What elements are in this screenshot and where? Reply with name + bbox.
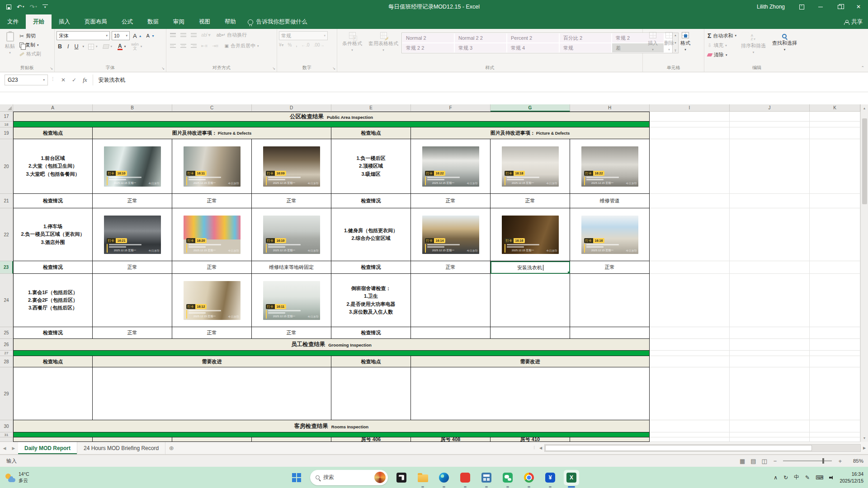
cell-B[interactable]	[93, 437, 172, 442]
align-middle-button[interactable]	[180, 32, 186, 38]
insert-cells-button[interactable]: 插入▾	[645, 31, 661, 52]
column-header-D[interactable]: D	[252, 104, 331, 112]
cell-E[interactable]: 房号 406	[331, 437, 411, 442]
cell-B-row22[interactable]: 打卡16:212025.12.15 星期一今日水印	[93, 208, 172, 261]
column-header-E[interactable]: E	[331, 104, 411, 112]
formula-input[interactable]: 安装洗衣机	[93, 75, 131, 86]
cell-C[interactable]	[172, 437, 252, 442]
zoom-out-button[interactable]: −	[773, 458, 778, 465]
cell-F-row25[interactable]	[411, 327, 491, 339]
row-header-29[interactable]: 29	[0, 367, 13, 420]
empty-cell-I[interactable]	[650, 367, 730, 420]
taskbar-chrome[interactable]	[521, 470, 537, 485]
cell-style-7[interactable]: 常规 3	[455, 43, 506, 52]
column-header-A[interactable]: A	[13, 104, 93, 112]
empty-cell-I[interactable]	[650, 274, 730, 327]
cell-A-row28[interactable]: 检查地点	[13, 356, 93, 367]
cell-E-row22[interactable]: 1.健身房（包括更衣间）2.综合办公室区域	[331, 208, 411, 261]
horizontal-scrollbar-track[interactable]	[544, 444, 861, 452]
zoom-slider[interactable]	[783, 460, 832, 461]
empty-cell-J[interactable]	[730, 261, 810, 274]
empty-cell-K[interactable]	[810, 122, 860, 127]
row-header-30[interactable]: 30	[0, 420, 13, 432]
format-as-table-button[interactable]: 套用表格格式▾	[365, 31, 401, 53]
cell-A-row22[interactable]: 1.停车场2.负一楼员工区域（更衣间）3.酒店外围	[13, 208, 93, 261]
cell-A-row20[interactable]: 1.前台区域2.大堂（包括卫生间）3.大堂吧（包括备餐间）	[13, 139, 93, 194]
ribbon-display-options-button[interactable]: ⌃	[792, 0, 811, 14]
cell-style-6[interactable]: 常规 2 2	[402, 43, 454, 52]
confirm-entry-button[interactable]: ✓	[72, 77, 76, 83]
empty-cell-I[interactable]	[650, 437, 730, 442]
speaker-icon[interactable]	[829, 476, 834, 479]
align-left-button[interactable]	[170, 43, 176, 49]
row-header-26[interactable]: 26	[0, 339, 13, 351]
cell-C-row21[interactable]: 正常	[172, 194, 252, 208]
cell-D[interactable]	[252, 437, 331, 442]
row-header-21[interactable]: 21	[0, 194, 13, 208]
cell-C-row22[interactable]: 打卡16:202025.12.15 星期一今日水印	[172, 208, 252, 261]
cell-style-2[interactable]: Normal 2 2	[455, 33, 506, 42]
phonetic-guide-button[interactable]: wén文▾	[130, 42, 143, 51]
fill-color-button[interactable]: ▾	[102, 44, 114, 49]
row-header-18[interactable]: 18	[0, 122, 13, 127]
empty-cell-I[interactable]	[650, 327, 730, 339]
comma-style-button[interactable]: ,	[296, 42, 297, 47]
empty-cell-J[interactable]	[730, 208, 810, 261]
cell-F-H-row29[interactable]	[411, 367, 650, 420]
row-header-24[interactable]: 24	[0, 274, 13, 327]
find-select-button[interactable]: 查找和选择▾	[769, 33, 800, 52]
taskbar-calculator[interactable]	[479, 470, 494, 485]
empty-cell-J[interactable]	[730, 420, 810, 432]
cell-H-row20[interactable]: 打卡16:222025.12.15 星期一今日水印	[570, 139, 650, 194]
empty-cell-J[interactable]	[730, 122, 810, 127]
column-header-K[interactable]: K	[810, 104, 860, 112]
empty-cell-I[interactable]	[650, 261, 730, 274]
cell-style-8[interactable]: 常规 4	[507, 43, 559, 52]
sort-filter-button[interactable]: AZ▼ 排序和筛选▾	[738, 33, 769, 55]
empty-cell-K[interactable]	[810, 127, 860, 139]
cell-E-row20[interactable]: 1.负一楼后区2.顶楼区域3.吸烟区	[331, 139, 411, 194]
decrease-decimal-button[interactable]: .00→	[314, 42, 325, 47]
tab-help[interactable]: 帮助	[217, 14, 243, 29]
tab-file[interactable]: 文件	[0, 14, 26, 29]
name-box[interactable]: G23▾	[5, 75, 48, 85]
cell-style-1[interactable]: Normal 2	[402, 33, 454, 42]
font-size-select[interactable]: 10▾	[112, 31, 130, 40]
normal-view-button[interactable]: ▦	[740, 458, 745, 465]
sheet-tab-24-hours-briefing[interactable]: 24 Hours MOD Briefing Record	[77, 442, 165, 454]
conditional-formatting-button[interactable]: 条件格式▾	[339, 31, 365, 53]
cell-D-row24[interactable]: 打卡16:112025.12.15 星期一今日水印	[252, 274, 331, 327]
cell-B-row25[interactable]: 正常	[93, 327, 172, 339]
cell-C-row23[interactable]: 正常	[172, 261, 252, 274]
collapse-ribbon-button[interactable]: ⌃	[861, 66, 864, 70]
share-button[interactable]: 共享	[844, 18, 863, 26]
zoom-slider-thumb[interactable]	[822, 458, 824, 464]
empty-cell-I[interactable]	[650, 112, 730, 122]
cell-style-4[interactable]: 百分比 2	[560, 33, 611, 42]
tab-review[interactable]: 审阅	[166, 14, 192, 29]
search-highlight-icon[interactable]	[374, 472, 386, 483]
row-header-22[interactable]: 22	[0, 208, 13, 261]
align-bottom-button[interactable]	[191, 32, 197, 38]
cell-H-row24[interactable]	[570, 274, 650, 327]
clipboard-dialog-launcher[interactable]: ↘	[50, 66, 53, 70]
cell-F[interactable]: 房号 408	[411, 437, 491, 442]
cell-F-H-row19[interactable]: 图片及待改进事项：Picture & Defects	[411, 127, 650, 139]
empty-cell-J[interactable]	[730, 437, 810, 442]
row-header-17[interactable]: 17	[0, 112, 13, 122]
scrollbar-resize-handle[interactable]: ⁞	[532, 446, 537, 450]
cell-A[interactable]	[13, 437, 93, 442]
cell-G-row22[interactable]: 打卡16:162025.12.15 星期一今日水印	[491, 208, 570, 261]
cell-G-row20[interactable]: 打卡16:182025.12.15 星期一今日水印	[491, 139, 570, 194]
cell-H-row23[interactable]: 正常	[570, 261, 650, 274]
autosum-button[interactable]: Σ自动求和▾	[706, 32, 738, 40]
cell-B-D-row29[interactable]	[93, 367, 331, 420]
new-sheet-button[interactable]: ⊕	[165, 442, 177, 454]
empty-cell-K[interactable]	[810, 208, 860, 261]
underline-button[interactable]: U	[73, 43, 80, 50]
taskbar-finance-app[interactable]: ¥	[542, 470, 558, 485]
customize-qat-button[interactable]: ▾	[42, 5, 48, 9]
borders-button[interactable]: ▾	[87, 43, 99, 50]
undo-button[interactable]: ↶▾	[17, 4, 24, 10]
row-header-27[interactable]: 27	[0, 351, 13, 356]
